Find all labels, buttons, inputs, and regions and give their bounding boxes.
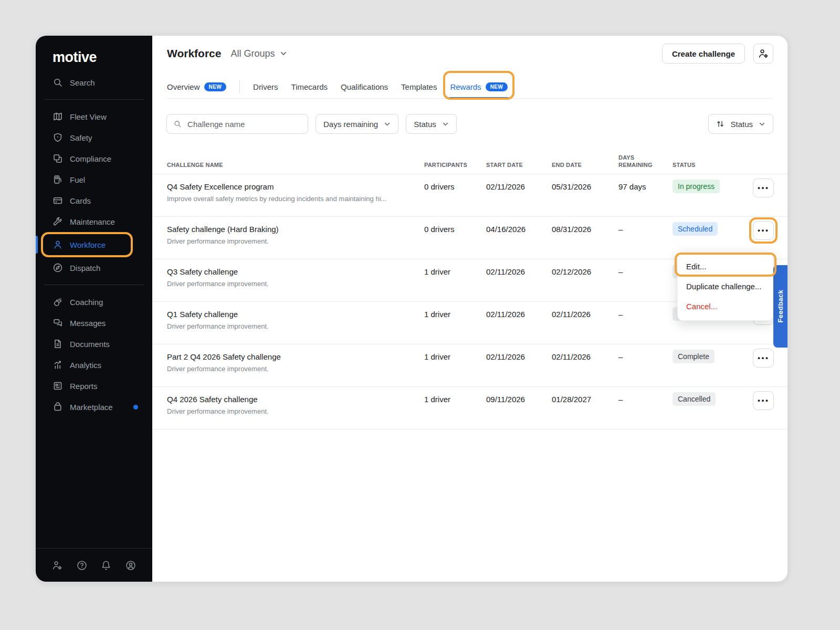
- motive-logo: motive: [36, 36, 152, 66]
- tab-templates[interactable]: Templates: [401, 75, 437, 98]
- sidebar-item-label: Analytics: [70, 361, 101, 370]
- whistle-icon: [52, 297, 63, 307]
- new-badge: NEW: [204, 82, 227, 91]
- sidebar-item-marketplace[interactable]: Marketplace: [36, 396, 152, 417]
- end-date-cell: 02/11/2026: [552, 344, 618, 386]
- tab-label: Qualifications: [341, 82, 388, 91]
- context-menu-item-duplicate[interactable]: Duplicate challenge...: [678, 276, 773, 296]
- sidebar-item-fleet-view[interactable]: Fleet View: [36, 106, 152, 127]
- days-remaining-cell: –: [618, 259, 673, 301]
- context-menu-item-cancel[interactable]: Cancel...: [678, 296, 773, 316]
- sidebar-divider: [44, 99, 144, 100]
- search-icon: [52, 77, 63, 88]
- tab-label: Drivers: [253, 82, 278, 91]
- row-actions-button[interactable]: ●●●: [753, 391, 774, 410]
- sidebar-item-label: Marketplace: [70, 403, 113, 412]
- feedback-tab[interactable]: Feedback: [773, 265, 788, 348]
- start-date-cell: 04/16/2026: [486, 217, 552, 259]
- analytics-chart-icon: [52, 360, 63, 370]
- group-filter-label: All Groups: [230, 48, 275, 59]
- sidebar-item-workforce[interactable]: Workforce: [41, 232, 133, 257]
- status-badge: Scheduled: [673, 222, 718, 236]
- days-remaining-cell: –: [618, 344, 673, 386]
- sidebar-item-compliance[interactable]: Compliance: [36, 148, 152, 169]
- tab-rewards[interactable]: Rewards NEW: [450, 75, 508, 98]
- end-date-cell: 05/31/2026: [552, 174, 618, 216]
- days-remaining-cell: –: [618, 217, 673, 259]
- tab-separator: [239, 80, 240, 93]
- bell-icon: [100, 560, 112, 571]
- sidebar-item-safety[interactable]: Safety: [36, 127, 152, 148]
- days-remaining-filter[interactable]: Days remaining: [316, 114, 398, 134]
- tab-qualifications[interactable]: Qualifications: [341, 75, 388, 98]
- user-settings-button[interactable]: [51, 560, 63, 571]
- challenge-name: Q4 2026 Safety challenge: [167, 395, 424, 404]
- row-actions-button[interactable]: ●●●: [753, 178, 774, 197]
- sidebar-item-analytics[interactable]: Analytics: [36, 354, 152, 375]
- tab-overview[interactable]: Overview NEW: [167, 75, 226, 98]
- sidebar-item-label: Fuel: [70, 175, 85, 184]
- sidebar-item-search[interactable]: Search: [36, 72, 152, 93]
- status-filter[interactable]: Status: [406, 114, 457, 134]
- row-actions-button[interactable]: ●●●: [753, 349, 774, 368]
- end-date-cell: 01/28/2027: [552, 387, 618, 429]
- sort-arrows-icon: [716, 120, 724, 128]
- sidebar-item-coaching[interactable]: Coaching: [36, 291, 152, 312]
- context-menu-item-edit[interactable]: Edit...: [678, 256, 773, 276]
- sidebar-divider: [44, 285, 144, 285]
- sidebar-footer: [36, 548, 152, 582]
- ellipsis-icon: ●●●: [758, 355, 769, 361]
- account-button[interactable]: [125, 560, 136, 571]
- challenge-description: Driver performance improvement.: [167, 365, 424, 373]
- row-actions-button[interactable]: ●●●: [753, 221, 774, 240]
- tab-label: Timecards: [291, 82, 328, 91]
- filter-label: Status: [414, 120, 436, 129]
- chevron-down-icon: [759, 121, 765, 128]
- help-button[interactable]: [76, 560, 88, 571]
- challenge-name: Q1 Safety challenge: [167, 310, 424, 319]
- sidebar-item-fuel[interactable]: Fuel: [36, 169, 152, 190]
- participants-cell: 1 driver: [424, 387, 486, 429]
- report-icon: [52, 381, 63, 391]
- tab-timecards[interactable]: Timecards: [291, 75, 328, 98]
- table-row[interactable]: Q4 2026 Safety challenge Driver performa…: [152, 387, 788, 429]
- active-item-indicator-bar: [36, 236, 38, 254]
- start-date-cell: 09/11/2026: [486, 387, 552, 429]
- account-icon: [125, 560, 136, 571]
- sidebar-item-maintenance[interactable]: Maintenance: [36, 211, 152, 232]
- table-row[interactable]: Part 2 Q4 2026 Safety challenge Driver p…: [152, 344, 788, 387]
- ellipsis-icon: ●●●: [758, 398, 769, 403]
- sidebar-item-reports[interactable]: Reports: [36, 375, 152, 396]
- manage-users-button[interactable]: [753, 44, 773, 64]
- status-badge: Cancelled: [673, 392, 716, 406]
- challenge-name-search[interactable]: [166, 114, 308, 134]
- column-header-start-date: START DATE: [486, 161, 552, 174]
- sidebar-item-documents[interactable]: Documents: [36, 333, 152, 354]
- feedback-label: Feedback: [776, 290, 784, 322]
- sidebar-item-label: Search: [70, 78, 95, 87]
- sidebar-item-messages[interactable]: Messages: [36, 312, 152, 333]
- challenge-name: Part 2 Q4 2026 Safety challenge: [167, 352, 424, 361]
- sidebar-item-label: Documents: [70, 340, 110, 349]
- credit-card-icon: [52, 195, 63, 206]
- search-input[interactable]: [186, 119, 301, 129]
- new-badge: NEW: [486, 82, 508, 91]
- group-filter-dropdown[interactable]: All Groups: [230, 48, 287, 59]
- person-icon: [52, 239, 63, 250]
- column-header-actions: [753, 169, 774, 174]
- challenge-description: Improve overall safety metrics by reduci…: [167, 195, 424, 203]
- chevron-down-icon: [280, 50, 287, 57]
- sidebar-item-dispatch[interactable]: Dispatch: [36, 257, 152, 278]
- column-header-end-date: END DATE: [552, 161, 618, 174]
- sort-label: Status: [730, 120, 753, 129]
- days-remaining-cell: –: [618, 302, 673, 344]
- wrench-icon: [52, 216, 63, 227]
- sort-dropdown[interactable]: Status: [708, 114, 773, 134]
- sidebar-item-cards[interactable]: Cards: [36, 190, 152, 211]
- tab-drivers[interactable]: Drivers: [253, 75, 278, 98]
- notifications-button[interactable]: [100, 560, 112, 571]
- start-date-cell: 02/11/2026: [486, 259, 552, 301]
- participants-cell: 0 drivers: [424, 174, 486, 216]
- table-row[interactable]: Q4 Safety Excellence program Improve ove…: [152, 174, 788, 217]
- create-challenge-button[interactable]: Create challenge: [662, 44, 745, 64]
